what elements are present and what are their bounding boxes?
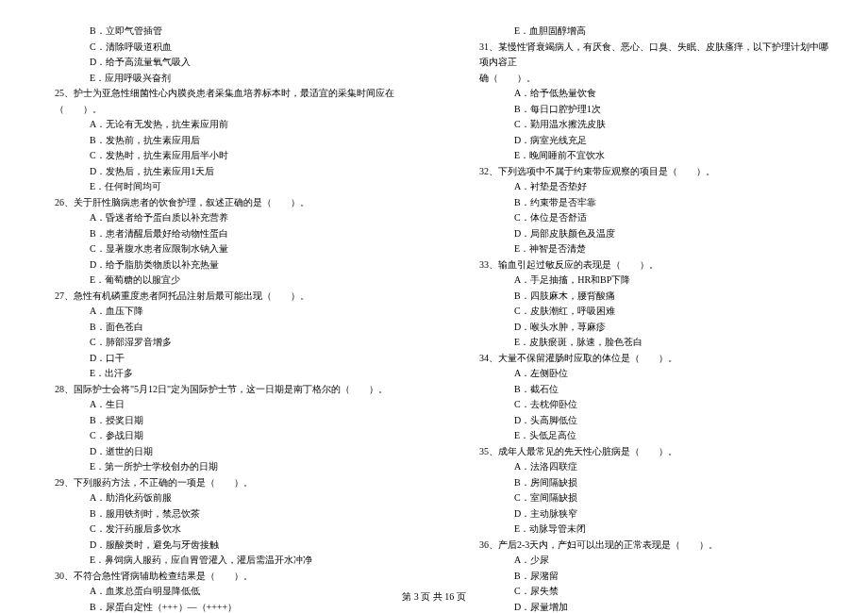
question-36: 36、产后2-3天内，产妇可以出现的正常表现是（ ）。 (462, 538, 830, 554)
question-30: 30、不符合急性肾病辅助检查结果是（ ）。 (38, 569, 406, 585)
option: D．局部皮肤颜色及温度 (462, 226, 830, 242)
question-29: 29、下列服药方法，不正确的一项是（ ）。 (38, 475, 406, 491)
option: C．显著腹水患者应限制水钠入量 (38, 241, 406, 257)
option: A．生日 (38, 397, 406, 413)
option: B．尿潴留 (462, 569, 830, 585)
pre-option: E．应用呼吸兴奋剂 (38, 71, 406, 87)
option: A．少尿 (462, 553, 830, 569)
option: D．病室光线充足 (462, 133, 830, 149)
question-35: 35、成年人最常见的先天性心脏病是（ ）。 (462, 444, 830, 460)
option: C．发热时，抗生素应用后半小时 (38, 148, 406, 164)
option: B．授奖日期 (38, 413, 406, 429)
question-27: 27、急性有机磷重度患者阿托品注射后最可能出现（ ）。 (38, 289, 406, 305)
question-26: 26、关于肝性脑病患者的饮食护理，叙述正确的是（ ）。 (38, 195, 406, 211)
question-31-cont: 确（ ）。 (462, 71, 830, 87)
question-32: 32、下列选项中不属于约束带应观察的项目是（ ）。 (462, 164, 830, 180)
question-31: 31、某慢性肾衰竭病人，有厌食、恶心、口臭、失眠、皮肤瘙痒，以下护理计划中哪项内… (462, 40, 830, 71)
option: B．每日口腔护理1次 (462, 102, 830, 118)
option: A．血压下降 (38, 304, 406, 320)
option: E．第一所护士学校创办的日期 (38, 459, 406, 475)
option: C．发汗药服后多饮水 (38, 522, 406, 538)
option: E．任何时间均可 (38, 179, 406, 195)
option: C．皮肤潮红，呼吸困难 (462, 304, 830, 320)
question-33: 33、输血引起过敏反应的表现是（ ）。 (462, 257, 830, 273)
option: B．截石位 (462, 382, 830, 398)
option: B．服用铁剂时，禁忌饮茶 (38, 506, 406, 522)
option: A．昏迷者给予蛋白质以补充营养 (38, 210, 406, 226)
question-28: 28、国际护士会将"5月12日"定为国际护士节，这一日期是南丁格尔的（ ）。 (38, 382, 406, 398)
option: C．勤用温水擦洗皮肤 (462, 117, 830, 133)
option: D．逝世的日期 (38, 444, 406, 460)
option: B．面色苍白 (38, 320, 406, 336)
option: C．体位是否舒适 (462, 210, 830, 226)
option: A．无论有无发热，抗生素应用前 (38, 117, 406, 133)
pre-option: D．给予高流量氧气吸入 (38, 55, 406, 71)
page-footer: 第 3 页 共 16 页 (0, 590, 868, 604)
option: E．神智是否清楚 (462, 241, 830, 257)
option: C．参战日期 (38, 428, 406, 444)
option: B．四肢麻木，腰背酸痛 (462, 289, 830, 305)
pre-option: C．清除呼吸道积血 (38, 40, 406, 56)
option: C．室间隔缺损 (462, 490, 830, 506)
option: B．约束带是否牢靠 (462, 195, 830, 211)
option: D．头高脚低位 (462, 413, 830, 429)
option: D．发热后，抗生素应用1天后 (38, 164, 406, 180)
option: C．去枕仰卧位 (462, 397, 830, 413)
option: B．房间隔缺损 (462, 475, 830, 491)
pre-option: B．立即气管插管 (38, 24, 406, 40)
option: E．出汗多 (38, 366, 406, 382)
page-container: B．立即气管插管 C．清除呼吸道积血 D．给予高流量氧气吸入 E．应用呼吸兴奋剂… (0, 0, 868, 613)
pre-option: E．血胆固醇增高 (462, 24, 830, 40)
right-column: E．血胆固醇增高 31、某慢性肾衰竭病人，有厌食、恶心、口臭、失眠、皮肤瘙痒，以… (462, 24, 830, 613)
option: A．手足抽搐，HR和BP下降 (462, 273, 830, 289)
option: A．左侧卧位 (462, 366, 830, 382)
option: B．患者清醒后最好给动物性蛋白 (38, 226, 406, 242)
option: E．皮肤瘀斑，脉速，脸色苍白 (462, 335, 830, 351)
option: D．给予脂肪类物质以补充热量 (38, 257, 406, 273)
question-25: 25、护士为亚急性细菌性心内膜炎患者采集血培养标本时，最适宜的采集时间应在（ ）… (38, 86, 406, 117)
option: E．葡萄糖的以服宜少 (38, 273, 406, 289)
option: E．鼻饲病人服药，应自胃管灌入，灌后需温开水冲净 (38, 553, 406, 569)
option: A．法洛四联症 (462, 459, 830, 475)
option: D．主动脉狭窄 (462, 506, 830, 522)
option: A．助消化药饭前服 (38, 490, 406, 506)
question-34: 34、大量不保留灌肠时应取的体位是（ ）。 (462, 351, 830, 367)
option: D．口干 (38, 351, 406, 367)
option: E．头低足高位 (462, 428, 830, 444)
left-column: B．立即气管插管 C．清除呼吸道积血 D．给予高流量氧气吸入 E．应用呼吸兴奋剂… (38, 24, 406, 613)
option: E．动脉导管未闭 (462, 522, 830, 538)
option: B．发热前，抗生素应用后 (38, 133, 406, 149)
option: A．给予低热量饮食 (462, 86, 830, 102)
option: D．服酸类时，避免与牙齿接触 (38, 538, 406, 554)
option: D．喉头水肿，荨麻疹 (462, 320, 830, 336)
option: C．肺部湿罗音增多 (38, 335, 406, 351)
option: E．晚间睡前不宜饮水 (462, 148, 830, 164)
option: A．衬垫是否垫好 (462, 179, 830, 195)
